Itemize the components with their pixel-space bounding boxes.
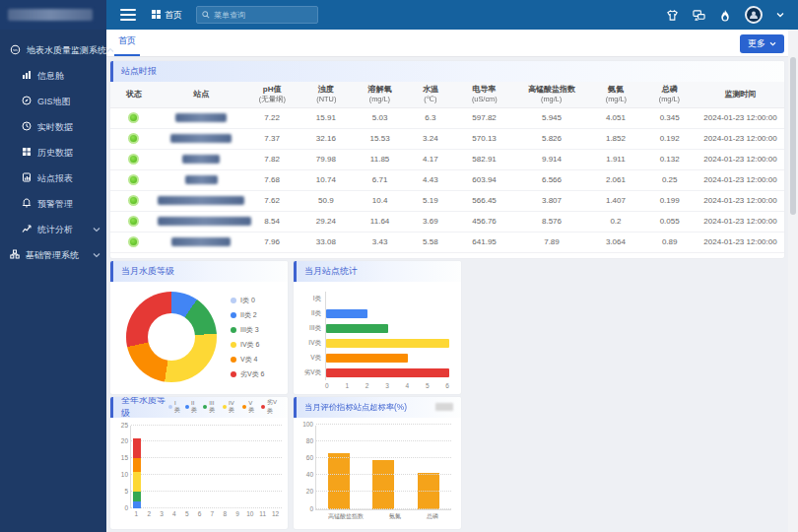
- legend-item[interactable]: I类: [168, 398, 180, 416]
- sidebar-item-实时数据[interactable]: 实时数据: [0, 114, 106, 140]
- cell-value: 11.85: [353, 149, 407, 169]
- exceedance-x-axis: 高锰酸盐指数氨氮总磷: [315, 512, 451, 521]
- x-tick-label: 11: [256, 510, 269, 517]
- legend-item[interactable]: I类 0: [231, 296, 265, 305]
- station-name-redacted: [171, 237, 231, 246]
- sidebar-group-1[interactable]: 基础管理系统: [0, 242, 106, 268]
- hbar-row-II类[interactable]: II类: [299, 306, 449, 321]
- table-row[interactable]: 7.3732.1615.533.24570.135.8261.8520.1922…: [110, 128, 784, 149]
- menu-search[interactable]: [196, 6, 318, 24]
- cell-value: 1.407: [589, 190, 643, 211]
- x-tick-label: 5: [180, 510, 193, 517]
- cell-value: 1.852: [589, 128, 643, 149]
- sidebar-item-站点报表[interactable]: 站点报表: [0, 166, 106, 191]
- status-dot-normal: [128, 112, 139, 123]
- hbar-row-III类[interactable]: III类: [299, 321, 449, 336]
- screen-layout-icon[interactable]: [693, 9, 705, 22]
- legend-item[interactable]: III类: [203, 398, 218, 416]
- main-area: 首页 更多 站点时报 状态站点pH值(无量纲)浊度(NTU)溶解氧(mg/L)水…: [106, 30, 798, 532]
- legend-label: IV类: [229, 400, 237, 415]
- search-icon: [202, 11, 210, 19]
- window-scrollbar[interactable]: [788, 30, 798, 532]
- table-row[interactable]: 7.6250.910.45.19566.453.8071.4070.199202…: [110, 190, 784, 211]
- sidebar-item-统计分析[interactable]: 统计分析: [0, 217, 106, 242]
- cell-value: 2024-01-23 12:00:00: [697, 211, 784, 232]
- theme-icon[interactable]: [666, 9, 679, 22]
- scrollbar-thumb[interactable]: [790, 57, 796, 215]
- sidebar-item-信息舱[interactable]: 信息舱: [0, 63, 106, 89]
- panel-title-annual-quality: 全年水质等级 I类II类III类IV类V类劣V类: [110, 397, 288, 418]
- user-dropdown-icon[interactable]: [776, 12, 784, 18]
- cell-value: 7.68: [245, 169, 299, 190]
- x-tick-label: 9: [232, 510, 244, 517]
- cell-value: 6.3: [407, 107, 454, 128]
- station-name-redacted: [158, 196, 244, 205]
- col-header: 监测时间: [697, 82, 784, 107]
- cell-value: 4.17: [407, 149, 454, 169]
- legend-item[interactable]: II类: [185, 398, 198, 416]
- col-unit: (mg/L): [645, 95, 695, 103]
- flame-icon[interactable]: [719, 9, 731, 22]
- menu-collapse-icon[interactable]: [120, 9, 136, 21]
- legend-label: 劣V类: [267, 398, 280, 416]
- bar-segment: [133, 472, 141, 492]
- legend-dot: [185, 405, 189, 409]
- y-tick-label: 25: [115, 422, 128, 429]
- bar-氨氮[interactable]: [372, 460, 394, 508]
- hbar-row-I类[interactable]: I类: [299, 292, 449, 306]
- table-row[interactable]: 7.2215.915.036.3597.825.9454.0510.345202…: [110, 107, 784, 128]
- more-button[interactable]: 更多: [740, 34, 784, 53]
- sidebar-group-0[interactable]: 地表水质量监测系统: [0, 37, 106, 63]
- station-table-header: 状态站点pH值(无量纲)浊度(NTU)溶解氧(mg/L)水温(℃)电导率(uS/…: [110, 82, 784, 107]
- legend-item[interactable]: V类: [242, 398, 256, 416]
- dashboard-content: 站点时报 状态站点pH值(无量纲)浊度(NTU)溶解氧(mg/L)水温(℃)电导…: [106, 57, 788, 532]
- table-row[interactable]: 7.9633.083.435.58641.957.893.0640.892024…: [110, 232, 784, 252]
- panel-title-exceedance: 当月评价指标站点超标率(%): [294, 397, 461, 418]
- station-name-redacted: [175, 113, 227, 122]
- breadcrumb-home[interactable]: 首页: [152, 9, 182, 22]
- hbar-row-IV类[interactable]: IV类: [299, 336, 449, 351]
- legend-item[interactable]: IV类 6: [231, 340, 265, 350]
- search-input[interactable]: [214, 11, 312, 20]
- hbar-row-V类[interactable]: V类: [299, 351, 449, 366]
- legend-label: III类: [209, 400, 218, 415]
- cell-value: 79.98: [299, 149, 354, 169]
- table-row[interactable]: 8.5429.2411.643.69456.768.5760.20.055202…: [110, 211, 784, 232]
- cell-value: 456.76: [454, 211, 515, 232]
- legend-item[interactable]: V类 4: [231, 355, 265, 365]
- panel-action-redacted[interactable]: [435, 403, 453, 411]
- sidebar-item-GIS地图[interactable]: GIS地图: [0, 89, 106, 114]
- legend-item[interactable]: 劣V类: [261, 398, 280, 416]
- avatar[interactable]: [745, 6, 763, 24]
- tab-home[interactable]: 首页: [114, 34, 140, 56]
- legend-item[interactable]: III类 3: [231, 325, 265, 335]
- table-row[interactable]: 7.8279.9811.854.17582.919.9141.9110.1322…: [110, 149, 784, 169]
- station-table-body: 7.2215.915.036.3597.825.9454.0510.345202…: [110, 107, 784, 252]
- cell-value: 3.064: [589, 232, 643, 252]
- cell-value: 7.22: [245, 107, 299, 128]
- status-dot-normal: [128, 236, 139, 247]
- legend-label: I类: [174, 400, 180, 415]
- sidebar-item-历史数据[interactable]: 历史数据: [0, 140, 106, 166]
- table-row[interactable]: 7.6810.746.714.43603.946.5662.0610.25202…: [110, 169, 784, 190]
- cell-value: 29.24: [299, 211, 354, 232]
- left-chart-column: 当月水质等级 I类 0II类 2III类 3IV类 6V类 4劣V类 6 全年水…: [110, 261, 288, 529]
- y-tick-label: 40: [300, 471, 313, 478]
- bar: [326, 339, 449, 348]
- station-name-redacted: [170, 134, 232, 143]
- legend-dot: [231, 371, 236, 377]
- legend-item[interactable]: IV类: [223, 398, 237, 416]
- col-unit: (uS/cm): [456, 95, 512, 103]
- cell-value: 0.132: [642, 149, 697, 169]
- stacked-bar-month-1[interactable]: [133, 438, 141, 508]
- chevron-down-icon: [93, 225, 100, 234]
- legend-item[interactable]: 劣V类 6: [231, 369, 265, 379]
- bar-高锰酸盐指数[interactable]: [328, 453, 350, 509]
- legend-label: II类 2: [240, 310, 257, 320]
- sidebar-item-预警管理[interactable]: 预警管理: [0, 191, 106, 217]
- category-label: I类: [299, 295, 325, 303]
- legend-item[interactable]: II类 2: [231, 310, 265, 320]
- bar-segment: [133, 438, 141, 458]
- legend-label: II类: [191, 400, 198, 415]
- hbar-row-劣V类[interactable]: 劣V类: [299, 366, 449, 380]
